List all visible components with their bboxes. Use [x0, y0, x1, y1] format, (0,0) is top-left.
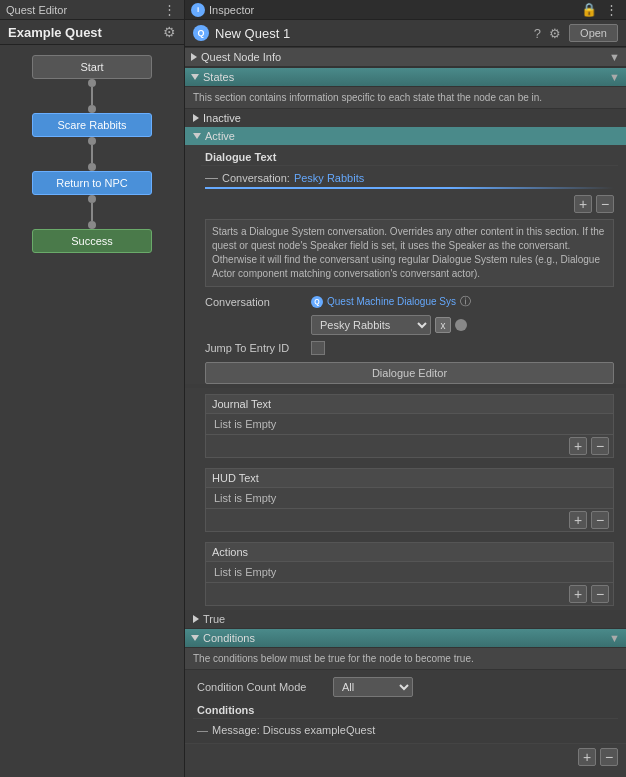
hud-text-empty: List is Empty — [206, 488, 613, 508]
inspector-title: New Quest 1 — [215, 26, 526, 41]
inactive-state[interactable]: Inactive — [185, 109, 626, 127]
active-triangle — [193, 133, 201, 139]
conversation-field-value: Q Quest Machine Dialogue Sys ⓘ — [311, 294, 614, 309]
inspector-header: Q New Quest 1 ? ⚙ Open — [185, 20, 626, 47]
true-label: True — [203, 613, 225, 625]
connector-dot-4 — [88, 163, 96, 171]
message-icon: — — [197, 724, 208, 736]
node-return-to-npc-label: Return to NPC — [56, 177, 128, 189]
jump-entry-row: Jump To Entry ID — [201, 338, 618, 358]
bottom-controls: + − — [185, 743, 626, 770]
hud-text-list: HUD Text List is Empty + − — [205, 468, 614, 532]
states-header[interactable]: States ▼ — [185, 67, 626, 87]
node-return-to-npc[interactable]: Return to NPC — [32, 171, 152, 195]
hud-plus-btn[interactable]: + — [569, 511, 587, 529]
conversation-underline — [205, 187, 614, 189]
connector-dot-5 — [88, 195, 96, 203]
conversation-clear-btn[interactable]: x — [435, 317, 451, 333]
connector-dot-1 — [88, 79, 96, 87]
lock-icon[interactable]: 🔒 — [579, 2, 599, 17]
journal-plus-btn[interactable]: + — [569, 437, 587, 455]
inspector-tab-label: Inspector — [209, 4, 254, 16]
quest-title: Example Quest — [8, 25, 163, 40]
inspector-icons: ? ⚙ — [532, 26, 563, 41]
left-panel-header: Example Quest ⚙ — [0, 20, 184, 45]
condition-count-dropdown[interactable]: All — [333, 677, 413, 697]
conditions-triangle — [191, 635, 199, 641]
inactive-triangle — [193, 114, 199, 122]
node-start[interactable]: Start — [32, 55, 152, 79]
left-tab[interactable]: Quest Editor ⋮ — [0, 0, 185, 19]
journal-text-list: Journal Text List is Empty + − — [205, 394, 614, 458]
node-success-label: Success — [71, 235, 113, 247]
conversation-circle-btn[interactable] — [455, 319, 467, 331]
right-tab[interactable]: i Inspector 🔒 ⋮ — [185, 0, 626, 19]
journal-text-controls: + − — [206, 434, 613, 457]
conditions-plus-btn[interactable]: + — [578, 748, 596, 766]
actions-empty: List is Empty — [206, 562, 613, 582]
conditions-dropdown: ▼ — [609, 632, 620, 644]
hud-text-controls: + − — [206, 508, 613, 531]
hud-text-section: HUD Text List is Empty + − — [185, 462, 626, 536]
true-section[interactable]: True — [185, 610, 626, 628]
left-panel: Example Quest ⚙ Start Scare Rabbits Retu… — [0, 20, 185, 777]
conversation-dropdown[interactable]: Pesky Rabbits — [311, 315, 431, 335]
states-dropdown: ▼ — [609, 71, 620, 83]
quest-icon: Q — [193, 25, 209, 41]
conversation-dropdown-value: Pesky Rabbits x — [311, 315, 614, 335]
conversation-field-icon: Q — [311, 296, 323, 308]
hud-minus-btn[interactable]: − — [591, 511, 609, 529]
actions-plus-btn[interactable]: + — [569, 585, 587, 603]
quest-node-info-header[interactable]: Quest Node Info ▼ — [185, 47, 626, 67]
help-icon[interactable]: ? — [532, 26, 543, 41]
dialogue-minus-btn[interactable]: − — [596, 195, 614, 213]
conversation-field-row: Conversation Q Quest Machine Dialogue Sy… — [201, 291, 618, 312]
conditions-header[interactable]: Conditions ▼ — [185, 628, 626, 648]
actions-controls: + − — [206, 582, 613, 605]
conditions-sub-header: Conditions — [193, 700, 618, 719]
node-scare-rabbits-label: Scare Rabbits — [57, 119, 126, 131]
jump-entry-label: Jump To Entry ID — [205, 342, 305, 354]
gear-icon[interactable]: ⚙ — [163, 24, 176, 40]
open-button[interactable]: Open — [569, 24, 618, 42]
dialogue-plus-btn[interactable]: + — [574, 195, 592, 213]
left-tab-menu-icon[interactable]: ⋮ — [161, 2, 178, 17]
right-panel: Q New Quest 1 ? ⚙ Open Quest Node Info ▼… — [185, 20, 626, 777]
conditions-minus-btn[interactable]: − — [600, 748, 618, 766]
dialogue-text-header: Dialogue Text — [201, 147, 618, 166]
info-circle-icon: ⓘ — [460, 294, 471, 309]
top-bar: Quest Editor ⋮ i Inspector 🔒 ⋮ — [0, 0, 626, 20]
active-state[interactable]: Active — [185, 127, 626, 145]
dialogue-text-section: Dialogue Text — Conversation: Pesky Rabb… — [185, 145, 626, 384]
connector-line-2 — [91, 145, 93, 163]
states-title: States — [203, 71, 605, 83]
dialogue-text-controls: + − — [201, 193, 618, 215]
jump-entry-checkbox[interactable] — [311, 341, 325, 355]
active-label: Active — [205, 130, 235, 142]
conversation-field-label: Conversation — [205, 296, 305, 308]
actions-list: Actions List is Empty + − — [205, 542, 614, 606]
node-scare-rabbits[interactable]: Scare Rabbits — [32, 113, 152, 137]
inspector-scroll[interactable]: Quest Node Info ▼ States ▼ This section … — [185, 47, 626, 777]
states-info: This section contains information specif… — [185, 87, 626, 109]
inspector-tab-icon: i — [191, 3, 205, 17]
top-menu-icon[interactable]: ⋮ — [603, 2, 620, 17]
connector-line-1 — [91, 87, 93, 105]
main-layout: Example Quest ⚙ Start Scare Rabbits Retu… — [0, 20, 626, 777]
settings-icon[interactable]: ⚙ — [547, 26, 563, 41]
journal-text-header: Journal Text — [206, 395, 613, 414]
quest-node-info-dropdown: ▼ — [609, 51, 620, 63]
dialogue-editor-btn[interactable]: Dialogue Editor — [205, 362, 614, 384]
condition-count-label: Condition Count Mode — [197, 681, 327, 693]
actions-minus-btn[interactable]: − — [591, 585, 609, 603]
node-success[interactable]: Success — [32, 229, 152, 253]
message-label: Message: Discuss exampleQuest — [212, 724, 375, 736]
quest-node-info-triangle — [191, 53, 197, 61]
journal-minus-btn[interactable]: − — [591, 437, 609, 455]
states-triangle — [191, 74, 199, 80]
minus-icon: — — [205, 170, 218, 185]
true-triangle — [193, 615, 199, 623]
jump-entry-value — [311, 341, 614, 355]
conditions-info: The conditions below must be true for th… — [185, 648, 626, 670]
conversation-dropdown-row: Pesky Rabbits x — [201, 312, 618, 338]
